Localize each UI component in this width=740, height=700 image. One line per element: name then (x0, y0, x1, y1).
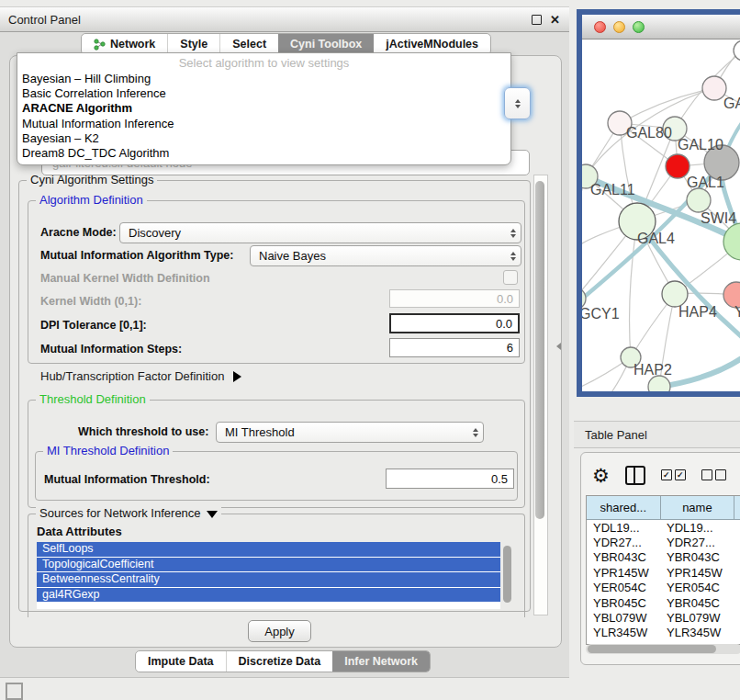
attribute-item-selected[interactable]: BetweennessCentrality (37, 572, 500, 587)
dropdown-item-selected[interactable]: ARACNE Algorithm (17, 101, 510, 116)
spinner-up-icon (515, 99, 521, 103)
node-label: GCY1 (582, 306, 620, 322)
dropdown-item[interactable]: Mutual Information Inference (17, 117, 510, 131)
tab-network-label: Network (110, 38, 155, 51)
minimized-panel-icon[interactable] (6, 683, 23, 700)
mi-threshold-input[interactable]: 0.5 (386, 469, 514, 489)
unchecked-checkbox-icon (701, 469, 712, 480)
tab-select[interactable]: Select (219, 34, 278, 54)
zoom-traffic-light-icon[interactable] (633, 21, 645, 33)
sources-group-title[interactable]: Sources for Network Inference (36, 506, 221, 520)
deselect-all-columns-button[interactable] (701, 469, 726, 480)
table-row[interactable]: YDR27... YDR27... 12 (587, 535, 740, 549)
dropdown-item[interactable]: Basic Correlation Inference (17, 86, 510, 101)
tab-impute-data[interactable]: Impute Data (136, 651, 226, 672)
table-body: YDL19... YDL19... 13 YDR27... YDR27... 1… (587, 520, 740, 644)
tab-jactivemnodules[interactable]: jActiveMNodules (374, 34, 490, 54)
which-threshold-combo[interactable]: MI Threshold (216, 422, 484, 443)
combo-spinner-icon (506, 229, 521, 238)
split-divider-handle[interactable] (556, 343, 561, 350)
table-row[interactable]: YPR145W YPR145W 9. (587, 565, 740, 580)
table-row[interactable]: YBR045C YBR045C 9. (587, 595, 740, 610)
dropdown-item[interactable]: Bayesian – K2 (17, 131, 510, 146)
combo-spinner-icon (506, 252, 521, 261)
tab-style[interactable]: Style (167, 34, 219, 54)
node-table: shared... name YDL19... YDL19... 13 YDR2… (586, 495, 740, 645)
dropdown-item[interactable]: Bayesian – Hill Climbing (17, 72, 510, 86)
mi-threshold-label: Mutual Information Threshold: (44, 473, 210, 486)
apply-button[interactable]: Apply (248, 620, 311, 642)
unchecked-checkbox-icon (715, 469, 726, 480)
threshold-definition-title: Threshold Definition (36, 392, 150, 406)
attribute-item-selected[interactable]: gal4RGexp (37, 588, 500, 603)
tab-cyni-toolbox[interactable]: Cyni Toolbox (278, 34, 374, 54)
node-label: GAL1 (687, 175, 724, 190)
network-node-labels: GAL80 GAL10 GAL1 GAL11 SWI4 GAL4 GCY1 HA… (582, 96, 740, 378)
algorithm-definition-title: Algorithm Definition (36, 193, 147, 207)
settings-scrollbar-thumb[interactable] (535, 181, 544, 519)
spinner-down-icon (515, 105, 521, 108)
node-label: GAL11 (590, 182, 635, 198)
node-label: HAP4 (678, 304, 717, 320)
window-buttons: ✕ (532, 14, 569, 26)
columns-icon[interactable] (625, 466, 645, 485)
node-label: HAP2 (633, 362, 672, 378)
table-panel-titlebar[interactable]: Table Panel (574, 421, 740, 448)
mi-algorithm-type-combo[interactable]: Naive Bayes (250, 245, 521, 266)
network-tab-icon (94, 39, 106, 51)
attribute-item-selected[interactable]: TopologicalCoefficient (37, 558, 500, 572)
checked-checkbox-icon: ✓ (661, 469, 672, 480)
float-window-icon[interactable] (532, 15, 542, 25)
node-label: SWI4 (701, 210, 736, 226)
column-header[interactable]: name (661, 496, 735, 520)
tab-discretize-data[interactable]: Discretize Data (226, 651, 333, 672)
kernel-width-label: Kernel Width (0,1): (40, 295, 141, 308)
select-all-columns-button[interactable]: ✓ ✓ (661, 469, 686, 480)
aracne-mode-combo[interactable]: Discovery (119, 222, 521, 243)
combo-spinner-icon (468, 428, 483, 437)
data-attributes-list: SelfLoops TopologicalCoefficient Between… (37, 542, 500, 609)
chevron-right-icon (233, 371, 241, 382)
dpi-tolerance-input[interactable]: 0.0 (389, 313, 520, 333)
network-window-titlebar[interactable] (582, 15, 740, 40)
control-panel-titlebar[interactable]: Control Panel ✕ (0, 6, 569, 32)
kernel-width-input[interactable]: 0.0 (389, 289, 520, 308)
close-window-icon[interactable]: ✕ (550, 14, 560, 26)
attribute-item-selected[interactable]: SelfLoops (37, 542, 500, 557)
node-swi4[interactable] (687, 188, 711, 212)
tab-infer-network[interactable]: Infer Network (332, 651, 430, 672)
control-panel-title: Control Panel (0, 13, 81, 27)
node-hap4[interactable] (662, 281, 688, 307)
network-canvas[interactable]: GAL80 GAL10 GAL1 GAL11 SWI4 GAL4 GCY1 HA… (582, 39, 740, 391)
tab-network[interactable]: Network (82, 34, 167, 54)
settings-vertical-scrollbar[interactable] (533, 175, 548, 615)
table-horizontal-scrollbar[interactable] (586, 644, 740, 654)
chevron-down-icon (207, 511, 218, 518)
screen: Control Panel ✕ Network Style (0, 0, 740, 700)
node[interactable] (648, 376, 670, 391)
mi-steps-label: Mutual Information Steps: (40, 343, 182, 356)
table-row[interactable]: YBL079W YBL079W (587, 610, 740, 625)
column-header[interactable] (734, 496, 740, 520)
table-scrollbar-thumb[interactable] (588, 645, 716, 653)
hub-definition-toggle[interactable]: Hub/Transcription Factor Definition (40, 369, 241, 383)
inference-algorithm-combo-end[interactable] (504, 87, 531, 119)
table-row[interactable]: YDL19... YDL19... 13 (587, 520, 740, 535)
table-row[interactable]: YLR345W YLR345W 9. (587, 626, 740, 640)
cyni-bottom-tabbar: Impute Data Discretize Data Infer Networ… (135, 650, 431, 672)
column-header[interactable]: shared... (587, 496, 661, 520)
mi-steps-input[interactable]: 6 (389, 338, 520, 357)
manual-kernel-width-label: Manual Kernel Width Definition (40, 272, 210, 285)
table-row[interactable]: YER054C YER054C 8. (587, 581, 740, 595)
dropdown-item[interactable]: Dream8 DC_TDC Algorithm (17, 146, 510, 161)
which-threshold-label: Which threshold to use: (78, 425, 208, 438)
node-label: GAL10 (678, 137, 723, 152)
algorithm-dropdown-list: Select algorithm to view settings Bayesi… (17, 52, 511, 165)
table-row[interactable]: YBR043C YBR043C (587, 550, 740, 565)
manual-kernel-width-checkbox[interactable] (503, 270, 518, 285)
checked-checkbox-icon: ✓ (675, 469, 686, 480)
attributes-list-scrollbar[interactable] (503, 546, 511, 603)
gear-icon[interactable]: ⚙ (592, 466, 610, 485)
close-traffic-light-icon[interactable] (594, 21, 606, 33)
minimize-traffic-light-icon[interactable] (613, 21, 625, 33)
